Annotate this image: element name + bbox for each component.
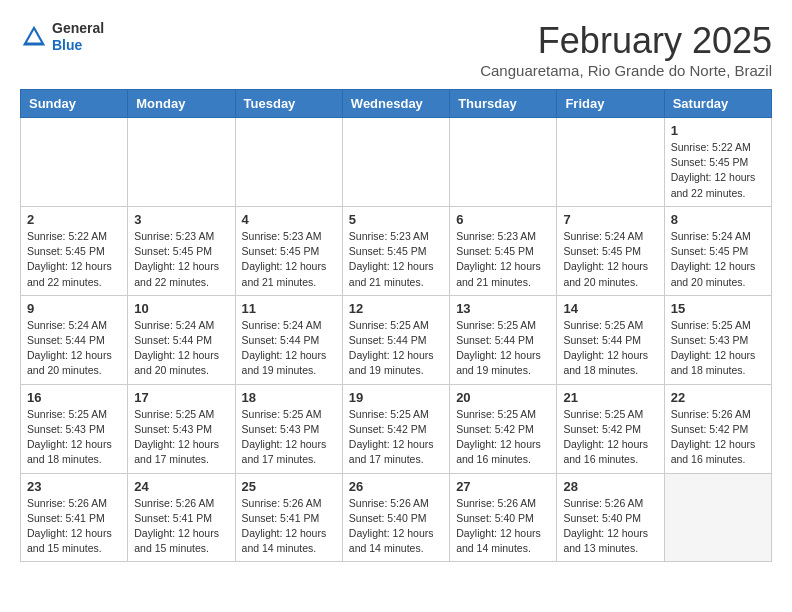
day-info: Sunrise: 5:24 AM Sunset: 5:45 PM Dayligh… — [563, 229, 657, 290]
day-number: 13 — [456, 301, 550, 316]
day-info: Sunrise: 5:23 AM Sunset: 5:45 PM Dayligh… — [349, 229, 443, 290]
day-info: Sunrise: 5:24 AM Sunset: 5:45 PM Dayligh… — [671, 229, 765, 290]
calendar-cell: 15Sunrise: 5:25 AM Sunset: 5:43 PM Dayli… — [664, 295, 771, 384]
calendar-cell — [450, 118, 557, 207]
calendar-cell — [557, 118, 664, 207]
day-info: Sunrise: 5:25 AM Sunset: 5:44 PM Dayligh… — [349, 318, 443, 379]
weekday-header: Thursday — [450, 90, 557, 118]
day-number: 11 — [242, 301, 336, 316]
day-number: 10 — [134, 301, 228, 316]
day-info: Sunrise: 5:24 AM Sunset: 5:44 PM Dayligh… — [242, 318, 336, 379]
calendar-cell: 7Sunrise: 5:24 AM Sunset: 5:45 PM Daylig… — [557, 206, 664, 295]
day-info: Sunrise: 5:26 AM Sunset: 5:41 PM Dayligh… — [242, 496, 336, 557]
day-info: Sunrise: 5:25 AM Sunset: 5:44 PM Dayligh… — [456, 318, 550, 379]
day-number: 22 — [671, 390, 765, 405]
day-info: Sunrise: 5:25 AM Sunset: 5:43 PM Dayligh… — [134, 407, 228, 468]
calendar-cell — [342, 118, 449, 207]
day-number: 16 — [27, 390, 121, 405]
page-header: General Blue February 2025 Canguaretama,… — [20, 20, 772, 79]
calendar-cell: 27Sunrise: 5:26 AM Sunset: 5:40 PM Dayli… — [450, 473, 557, 562]
calendar-cell: 18Sunrise: 5:25 AM Sunset: 5:43 PM Dayli… — [235, 384, 342, 473]
weekday-header: Tuesday — [235, 90, 342, 118]
day-info: Sunrise: 5:25 AM Sunset: 5:43 PM Dayligh… — [671, 318, 765, 379]
day-number: 25 — [242, 479, 336, 494]
day-number: 23 — [27, 479, 121, 494]
logo-icon — [20, 23, 48, 51]
day-number: 1 — [671, 123, 765, 138]
calendar-cell: 26Sunrise: 5:26 AM Sunset: 5:40 PM Dayli… — [342, 473, 449, 562]
day-number: 5 — [349, 212, 443, 227]
day-info: Sunrise: 5:23 AM Sunset: 5:45 PM Dayligh… — [456, 229, 550, 290]
weekday-header: Wednesday — [342, 90, 449, 118]
calendar-cell — [664, 473, 771, 562]
day-number: 12 — [349, 301, 443, 316]
calendar-cell: 17Sunrise: 5:25 AM Sunset: 5:43 PM Dayli… — [128, 384, 235, 473]
day-number: 15 — [671, 301, 765, 316]
calendar-cell: 14Sunrise: 5:25 AM Sunset: 5:44 PM Dayli… — [557, 295, 664, 384]
day-number: 20 — [456, 390, 550, 405]
day-info: Sunrise: 5:26 AM Sunset: 5:41 PM Dayligh… — [27, 496, 121, 557]
weekday-header: Monday — [128, 90, 235, 118]
title-section: February 2025 Canguaretama, Rio Grande d… — [480, 20, 772, 79]
day-number: 8 — [671, 212, 765, 227]
calendar-cell: 20Sunrise: 5:25 AM Sunset: 5:42 PM Dayli… — [450, 384, 557, 473]
weekday-header: Saturday — [664, 90, 771, 118]
calendar-table: SundayMondayTuesdayWednesdayThursdayFrid… — [20, 89, 772, 562]
calendar-cell: 10Sunrise: 5:24 AM Sunset: 5:44 PM Dayli… — [128, 295, 235, 384]
day-number: 18 — [242, 390, 336, 405]
day-info: Sunrise: 5:26 AM Sunset: 5:40 PM Dayligh… — [349, 496, 443, 557]
calendar-cell: 6Sunrise: 5:23 AM Sunset: 5:45 PM Daylig… — [450, 206, 557, 295]
week-row: 23Sunrise: 5:26 AM Sunset: 5:41 PM Dayli… — [21, 473, 772, 562]
calendar-cell: 5Sunrise: 5:23 AM Sunset: 5:45 PM Daylig… — [342, 206, 449, 295]
day-number: 21 — [563, 390, 657, 405]
calendar-cell: 16Sunrise: 5:25 AM Sunset: 5:43 PM Dayli… — [21, 384, 128, 473]
calendar-cell: 1Sunrise: 5:22 AM Sunset: 5:45 PM Daylig… — [664, 118, 771, 207]
day-number: 7 — [563, 212, 657, 227]
day-number: 4 — [242, 212, 336, 227]
day-info: Sunrise: 5:22 AM Sunset: 5:45 PM Dayligh… — [671, 140, 765, 201]
calendar-cell — [235, 118, 342, 207]
weekday-header: Sunday — [21, 90, 128, 118]
day-number: 19 — [349, 390, 443, 405]
day-info: Sunrise: 5:26 AM Sunset: 5:40 PM Dayligh… — [563, 496, 657, 557]
calendar-cell: 13Sunrise: 5:25 AM Sunset: 5:44 PM Dayli… — [450, 295, 557, 384]
day-info: Sunrise: 5:22 AM Sunset: 5:45 PM Dayligh… — [27, 229, 121, 290]
calendar-cell: 19Sunrise: 5:25 AM Sunset: 5:42 PM Dayli… — [342, 384, 449, 473]
calendar-cell: 11Sunrise: 5:24 AM Sunset: 5:44 PM Dayli… — [235, 295, 342, 384]
location-subtitle: Canguaretama, Rio Grande do Norte, Brazi… — [480, 62, 772, 79]
calendar-cell: 28Sunrise: 5:26 AM Sunset: 5:40 PM Dayli… — [557, 473, 664, 562]
month-title: February 2025 — [480, 20, 772, 62]
calendar-cell: 2Sunrise: 5:22 AM Sunset: 5:45 PM Daylig… — [21, 206, 128, 295]
day-number: 9 — [27, 301, 121, 316]
calendar-cell: 3Sunrise: 5:23 AM Sunset: 5:45 PM Daylig… — [128, 206, 235, 295]
day-info: Sunrise: 5:25 AM Sunset: 5:44 PM Dayligh… — [563, 318, 657, 379]
day-number: 3 — [134, 212, 228, 227]
calendar-cell: 9Sunrise: 5:24 AM Sunset: 5:44 PM Daylig… — [21, 295, 128, 384]
day-info: Sunrise: 5:26 AM Sunset: 5:40 PM Dayligh… — [456, 496, 550, 557]
calendar-cell: 4Sunrise: 5:23 AM Sunset: 5:45 PM Daylig… — [235, 206, 342, 295]
week-row: 16Sunrise: 5:25 AM Sunset: 5:43 PM Dayli… — [21, 384, 772, 473]
day-info: Sunrise: 5:25 AM Sunset: 5:43 PM Dayligh… — [27, 407, 121, 468]
calendar-cell: 8Sunrise: 5:24 AM Sunset: 5:45 PM Daylig… — [664, 206, 771, 295]
day-number: 28 — [563, 479, 657, 494]
day-number: 27 — [456, 479, 550, 494]
day-info: Sunrise: 5:24 AM Sunset: 5:44 PM Dayligh… — [134, 318, 228, 379]
day-info: Sunrise: 5:25 AM Sunset: 5:42 PM Dayligh… — [349, 407, 443, 468]
day-info: Sunrise: 5:23 AM Sunset: 5:45 PM Dayligh… — [242, 229, 336, 290]
day-info: Sunrise: 5:25 AM Sunset: 5:43 PM Dayligh… — [242, 407, 336, 468]
day-number: 24 — [134, 479, 228, 494]
day-info: Sunrise: 5:26 AM Sunset: 5:41 PM Dayligh… — [134, 496, 228, 557]
calendar-cell: 21Sunrise: 5:25 AM Sunset: 5:42 PM Dayli… — [557, 384, 664, 473]
week-row: 1Sunrise: 5:22 AM Sunset: 5:45 PM Daylig… — [21, 118, 772, 207]
calendar-cell: 22Sunrise: 5:26 AM Sunset: 5:42 PM Dayli… — [664, 384, 771, 473]
day-number: 26 — [349, 479, 443, 494]
day-info: Sunrise: 5:25 AM Sunset: 5:42 PM Dayligh… — [563, 407, 657, 468]
logo: General Blue — [20, 20, 104, 54]
weekday-header-row: SundayMondayTuesdayWednesdayThursdayFrid… — [21, 90, 772, 118]
day-info: Sunrise: 5:23 AM Sunset: 5:45 PM Dayligh… — [134, 229, 228, 290]
day-number: 14 — [563, 301, 657, 316]
logo-general-text: General — [52, 20, 104, 37]
day-info: Sunrise: 5:25 AM Sunset: 5:42 PM Dayligh… — [456, 407, 550, 468]
calendar-cell: 25Sunrise: 5:26 AM Sunset: 5:41 PM Dayli… — [235, 473, 342, 562]
day-info: Sunrise: 5:26 AM Sunset: 5:42 PM Dayligh… — [671, 407, 765, 468]
